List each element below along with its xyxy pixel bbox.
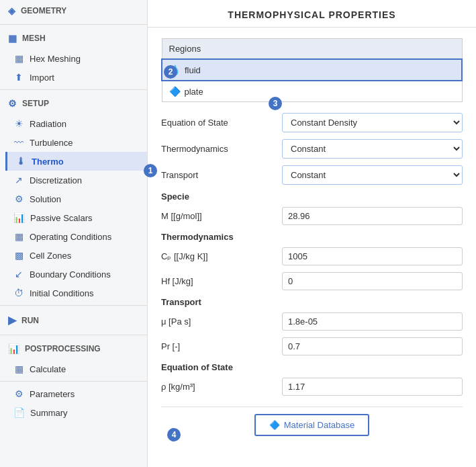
- plate-icon: 🔷: [169, 86, 181, 97]
- M-input[interactable]: [282, 207, 463, 225]
- region-plate-name: plate: [185, 87, 203, 97]
- region-fluid-name: fluid: [185, 65, 201, 75]
- sidebar-item-operating-conditions[interactable]: ▦ Operating Conditions: [5, 227, 147, 246]
- sidebar-item-solution[interactable]: ⚙ Solution: [5, 189, 147, 208]
- Cp-row: Cₚ [[J/kg K]]: [161, 247, 463, 265]
- sidebar-item-cell-zones-label: Cell Zones: [30, 251, 71, 261]
- passive-scalars-icon: 📊: [13, 212, 25, 223]
- badge-3: 3: [269, 97, 282, 110]
- sidebar-item-discretization[interactable]: ↗ Discretization: [5, 171, 147, 189]
- sidebar-group-postprocessing-label: POSTPROCESSING: [25, 344, 101, 353]
- initial-conditions-icon: ⏱: [13, 288, 24, 298]
- sidebar-item-thermo[interactable]: 🌡 Thermo: [5, 152, 147, 171]
- sidebar-group-mesh[interactable]: ▦ MESH: [0, 28, 147, 49]
- table-row-plate[interactable]: 🔷 plate: [162, 81, 462, 102]
- regions-table: Regions 💧 fluid 🔷 pl: [161, 38, 463, 102]
- Pr-input[interactable]: [282, 337, 463, 355]
- cell-zones-icon: ▩: [13, 250, 24, 261]
- sidebar-item-radiation-label: Radiation: [30, 119, 66, 129]
- sidebar-item-initial-conditions-label: Initial Conditions: [30, 288, 93, 298]
- sidebar-item-thermo-label: Thermo: [32, 157, 64, 167]
- eos-section-title: Equation of State: [161, 362, 463, 372]
- radiation-icon: ☀: [13, 118, 24, 129]
- sidebar-item-parameters[interactable]: ⚙ Parameters: [5, 384, 147, 403]
- sidebar-item-summary[interactable]: 📄 Summary: [5, 403, 147, 422]
- sidebar-group-geometry-label: GEOMETRY: [21, 6, 66, 15]
- content-area: Regions 💧 fluid 🔷 pl: [148, 28, 476, 467]
- rho-label: ρ [kg/m³]: [161, 382, 282, 392]
- sidebar-item-import[interactable]: ⬆ Import: [5, 68, 147, 87]
- sidebar-item-summary-label: Summary: [30, 408, 68, 418]
- equation-of-state-label: Equation of State: [161, 118, 282, 128]
- parameters-icon: ⚙: [13, 388, 24, 399]
- transport-row: Transport Constant Sutherland: [161, 165, 463, 185]
- material-database-button[interactable]: 🔷 Material Database: [254, 414, 370, 436]
- material-database-label: Material Database: [284, 420, 355, 430]
- sidebar: ◈ GEOMETRY ▦ MESH ▦ Hex Meshing ⬆ Import…: [0, 0, 148, 467]
- thermodynamics-select[interactable]: Constant Polynomial: [282, 139, 463, 159]
- calculate-icon: ▦: [13, 364, 24, 374]
- rho-row: ρ [kg/m³]: [161, 378, 463, 396]
- sidebar-item-solution-label: Solution: [30, 194, 61, 204]
- sidebar-item-hex-meshing[interactable]: ▦ Hex Meshing: [5, 49, 147, 68]
- M-label: M [[g/mol]]: [161, 211, 282, 221]
- specie-section-title: Specie: [161, 192, 463, 202]
- mu-row: μ [Pa s]: [161, 312, 463, 331]
- transport-section-title: Transport: [161, 297, 463, 307]
- equation-of-state-row: Equation of State Constant Density Ideal…: [161, 113, 463, 132]
- Hf-label: Hf [J/kg]: [161, 276, 282, 286]
- sidebar-group-postprocessing[interactable]: 📊 POSTPROCESSING: [0, 338, 147, 359]
- material-database-row: 🔷 Material Database: [161, 407, 463, 440]
- sidebar-item-turbulence[interactable]: 〰 Turbulence: [5, 133, 147, 152]
- sidebar-group-geometry[interactable]: ◈ GEOMETRY: [0, 0, 147, 22]
- Hf-row: Hf [J/kg]: [161, 272, 463, 290]
- sidebar-item-initial-conditions[interactable]: ⏱ Initial Conditions: [5, 284, 147, 302]
- run-icon: ▶: [8, 314, 16, 327]
- sidebar-item-radiation[interactable]: ☀ Radiation: [5, 114, 147, 133]
- sidebar-item-cell-zones[interactable]: ▩ Cell Zones: [5, 246, 147, 265]
- table-row-fluid[interactable]: 💧 fluid: [162, 59, 462, 81]
- sidebar-group-setup[interactable]: ⚙ SETUP: [0, 93, 147, 114]
- sidebar-item-boundary-conditions[interactable]: ↙ Boundary Conditions: [5, 265, 147, 284]
- sidebar-item-import-label: Import: [30, 73, 54, 83]
- thermodynamics-row: Thermodynamics Constant Polynomial: [161, 139, 463, 159]
- sidebar-item-passive-scalars-label: Passive Scalars: [30, 213, 92, 223]
- sidebar-item-calculate[interactable]: ▦ Calculate: [5, 359, 147, 378]
- M-row: M [[g/mol]]: [161, 207, 463, 225]
- sidebar-item-boundary-conditions-label: Boundary Conditions: [30, 269, 111, 280]
- page-title: THERMOPHYSICAL PROPERTIES: [148, 0, 476, 28]
- Pr-label: Pr [-]: [161, 341, 282, 351]
- solution-icon: ⚙: [13, 194, 24, 204]
- sidebar-group-run[interactable]: ▶ RUN: [0, 308, 147, 332]
- sidebar-item-calculate-label: Calculate: [30, 364, 66, 374]
- mu-input[interactable]: [282, 312, 463, 331]
- Pr-row: Pr [-]: [161, 337, 463, 355]
- boundary-conditions-icon: ↙: [13, 269, 24, 280]
- thermo-icon: 🌡: [15, 156, 26, 167]
- sidebar-item-parameters-label: Parameters: [30, 389, 75, 399]
- thermodynamics-dropdown-label: Thermodynamics: [161, 144, 282, 154]
- sidebar-group-setup-label: SETUP: [22, 99, 49, 108]
- badge-1: 1: [144, 164, 157, 177]
- rho-input[interactable]: [282, 378, 463, 396]
- import-icon: ⬆: [13, 72, 24, 83]
- summary-icon: 📄: [13, 407, 25, 418]
- setup-icon: ⚙: [8, 98, 17, 109]
- mu-label: μ [Pa s]: [161, 316, 282, 327]
- Hf-input[interactable]: [282, 272, 463, 290]
- sidebar-item-discretization-label: Discretization: [30, 175, 82, 185]
- mesh-icon: ▦: [8, 33, 17, 44]
- sidebar-item-hex-meshing-label: Hex Meshing: [30, 54, 81, 64]
- badge-4: 4: [167, 428, 181, 441]
- Cp-input[interactable]: [282, 247, 463, 265]
- sidebar-item-passive-scalars[interactable]: 📊 Passive Scalars: [5, 208, 147, 227]
- thermodynamics-section-title: Thermodynamics: [161, 232, 463, 242]
- main-panel: THERMOPHYSICAL PROPERTIES Regions 💧 flui…: [148, 0, 476, 467]
- operating-conditions-icon: ▦: [13, 231, 24, 242]
- equation-of-state-select[interactable]: Constant Density Ideal Gas Incompressibl…: [282, 113, 463, 132]
- material-database-icon: 🔷: [269, 420, 280, 430]
- sidebar-group-run-label: RUN: [21, 316, 39, 325]
- postprocessing-icon: 📊: [8, 343, 19, 354]
- transport-select[interactable]: Constant Sutherland: [282, 165, 463, 185]
- regions-header: Regions: [162, 39, 462, 60]
